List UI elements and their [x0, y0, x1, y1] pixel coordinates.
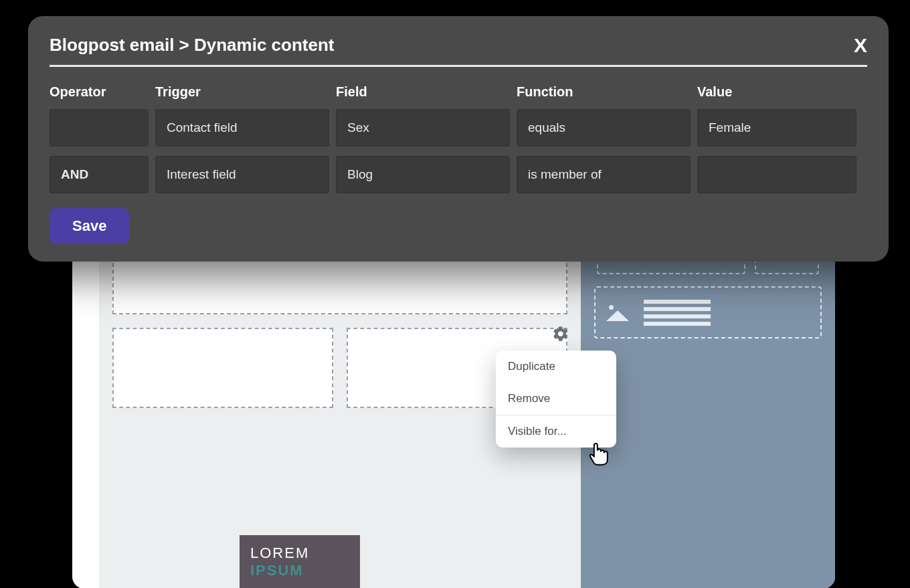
- col-function: Function: [517, 84, 691, 100]
- palette-image-text-block[interactable]: [594, 286, 822, 338]
- operator-cell[interactable]: AND: [50, 156, 149, 193]
- col-trigger: Trigger: [155, 84, 329, 100]
- trigger-cell[interactable]: Interest field: [155, 156, 329, 193]
- canvas-slot[interactable]: [112, 328, 333, 408]
- image-icon: [606, 304, 629, 321]
- save-button[interactable]: Save: [50, 208, 129, 244]
- block-settings-trigger[interactable]: [552, 325, 569, 345]
- value-cell[interactable]: Female: [697, 109, 856, 146]
- trigger-cell[interactable]: Contact field: [155, 109, 329, 146]
- text-lines-icon: [644, 300, 711, 326]
- dark-content-block[interactable]: LOREM IPSUM: [240, 535, 360, 588]
- field-cell[interactable]: Sex: [336, 109, 510, 146]
- col-value: Value: [697, 84, 856, 100]
- dark-line2: IPSUM: [250, 562, 349, 579]
- function-cell[interactable]: is member of: [517, 156, 691, 193]
- menu-duplicate[interactable]: Duplicate: [496, 351, 616, 383]
- gear-icon: [552, 325, 569, 342]
- context-menu: Duplicate Remove Visible for...: [496, 351, 616, 448]
- pointer-cursor-icon: [589, 440, 612, 467]
- value-cell[interactable]: [697, 156, 856, 193]
- col-field: Field: [336, 84, 510, 100]
- menu-remove[interactable]: Remove: [496, 383, 616, 415]
- dark-line1: LOREM: [250, 545, 349, 562]
- function-cell[interactable]: equals: [517, 109, 691, 146]
- col-operator: Operator: [50, 84, 149, 100]
- field-cell[interactable]: Blog: [336, 156, 510, 193]
- conditions-grid: Operator Trigger Field Function Value Co…: [50, 84, 867, 193]
- dynamic-content-modal: Blogpost email > Dynamic content X Opera…: [28, 16, 889, 262]
- operator-cell[interactable]: [50, 109, 149, 146]
- close-button[interactable]: X: [854, 35, 867, 56]
- modal-title: Blogpost email > Dynamic content: [50, 35, 334, 56]
